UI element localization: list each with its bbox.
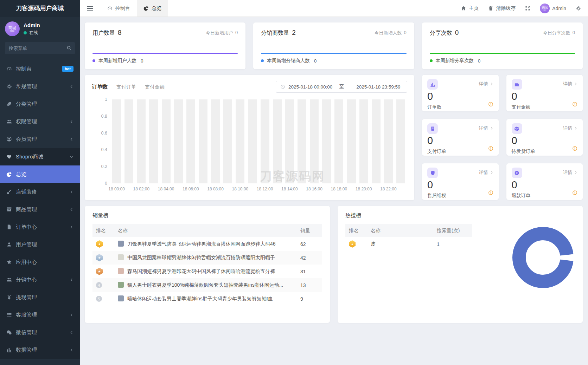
user-profile[interactable]: 商城 · B2C · Admin 在线 [0,17,80,40]
tile-label: 支付订单 [427,148,493,155]
home-button[interactable]: 主页 [461,5,479,12]
chevron-right-icon [490,82,493,86]
date-to[interactable]: 2025-01-18 23:59:59 [349,84,403,90]
sidebar-item-shopro[interactable]: Shopro商城 [0,148,80,165]
sidebar-item-goods[interactable]: 商品管理 [0,201,80,218]
tab-label: 控制台 [115,5,130,12]
chart-header: 订单数支付订单支付金额 2025-01-18 00:00:00 至 2025-0… [92,81,407,93]
detail-link[interactable]: 详情 [563,125,577,131]
shipbox-icon [514,126,519,131]
sidebar-item-label: 总览 [16,171,74,178]
column-header: 搜索量(次) [433,224,472,237]
week-value: 0 [478,58,481,64]
tile-pay-amount: 详情0支付金额 [506,75,583,111]
sales-rank-table: 排名名称销量★刀锋男鞋夏季透气防臭飞织运动鞋男潮流百搭休闲网面跑步鞋大码4662… [92,224,322,306]
sidebar-item-order[interactable]: 订单中心 [0,218,80,236]
tile-value: 0 [427,180,493,190]
shield-icon [430,170,435,176]
tab-console[interactable]: 控制台 [101,0,137,17]
sidebar-item-label: 应用中心 [16,259,74,266]
date-from[interactable]: 2025-01-18 00:00:00 [288,84,335,90]
rank-1-medal-icon: ★ [96,240,103,248]
x-axis-label: 18 18:00 [331,187,347,191]
info-icon[interactable] [488,190,493,195]
week-label: 本周新增分销商人数 [267,58,310,64]
rank-cell: ★ [92,265,114,278]
trend-line [261,53,406,54]
sidebar-toggle-button[interactable] [80,0,101,17]
sidebar-item-agent[interactable]: 分销中心 [0,271,80,288]
info-icon[interactable] [488,102,493,107]
clear-cache-button[interactable]: 清除缓存 [488,5,516,12]
detail-link[interactable]: 详情 [479,169,493,176]
x-axis-label: 18 06:00 [183,187,199,191]
sidebar-item-wechat[interactable]: 微信管理 [0,324,80,341]
settings-button[interactable] [576,6,581,11]
column-header: 名称 [114,224,297,237]
today-value: 0 [235,30,238,36]
sidebar-item-auth[interactable]: 权限管理 [0,113,80,130]
chart-bar [236,99,244,183]
tile-label: 售后维权 [427,193,493,199]
chart-bar [384,99,393,183]
tile-value: 0 [512,91,578,102]
admin-menu[interactable]: 商城 B2C Admin [540,4,566,13]
sidebar-item-member[interactable]: 会员管理 [0,130,80,148]
sidebar-item-label: 用户管理 [16,241,74,248]
sidebar-item-app[interactable]: 应用中心 [0,253,80,271]
user-icon [6,242,12,247]
stat-card-footer: 本周新增分销商人数0 [261,58,317,64]
sidebar-item-console[interactable]: 控制台hot [0,60,80,78]
value-cell: 13 [297,278,322,292]
menu-search-input[interactable] [5,42,75,54]
sidebar-item-decorate[interactable]: 店铺装修 [0,183,80,201]
sidebar-item-label: 数据管理 [16,347,70,353]
app-title: 刀客源码用户商城 [0,0,80,17]
chart-tab-2[interactable]: 支付金额 [145,84,165,90]
info-icon[interactable] [572,190,577,195]
chevron-left-icon [70,190,74,194]
rank-cell: 5 [92,292,114,306]
chart-bar [124,99,133,183]
x-axis: 18 00:0018 02:0018 04:0018 06:0018 08:00… [112,183,405,191]
sidebar-item-label: 客服管理 [16,312,70,318]
sidebar-item-data[interactable]: 数据管理 [0,341,80,359]
sidebar-item-user[interactable]: 用户管理 [0,236,80,253]
product-thumbnail [118,241,124,247]
sidebar-item-overview[interactable]: 总览 [0,165,80,183]
chart-bar [372,99,381,183]
sidebar-item-label: 控制台 [16,66,62,72]
sidebar-item-withdraw[interactable]: 提现管理 [0,288,80,306]
info-icon[interactable] [488,146,493,151]
detail-link[interactable]: 详情 [563,81,577,87]
item-name: 中国风龙图案棒球帽男潮牌休闲鸭舌帽女潮流百搭防晒遮阳太阳帽子 [127,255,275,260]
info-icon[interactable] [572,102,577,107]
sidebar-item-general[interactable]: 常规管理 [0,78,80,95]
date-range-picker[interactable]: 2025-01-18 00:00:00 至 2025-01-18 23:59:5… [276,81,407,93]
tile-aftersale: 详情0售后维权 [422,163,499,200]
tab-overview[interactable]: 总览 [137,0,168,17]
info-icon[interactable] [572,146,577,151]
chart-tab-1[interactable]: 支付订单 [116,84,136,90]
fullscreen-button[interactable] [525,6,530,11]
sidebar-search [5,42,75,54]
chart-tab-0[interactable]: 订单数 [92,84,108,90]
name-cell: 森马国潮短裤男夏季潮印花大码中国风裤子休闲嘻哈潮流宽松五分裤 [114,265,297,278]
tile-pay-orders: 详情0支付订单 [422,119,499,156]
sidebar-item-label: 分类管理 [16,101,74,107]
sidebar-item-service[interactable]: 客服管理 [0,306,80,324]
detail-link[interactable]: 详情 [479,125,493,131]
today-value: 0 [573,30,575,36]
week-label: 本周新增分享次数 [436,58,474,64]
table-row: 4猫人男士睡衣男夏季100%纯棉薄款圆领套头短袖套装男ins潮休闲运动...13 [92,278,322,292]
leaf-icon [6,101,12,107]
main-area: 控制台总览 主页 清除缓存 商城 B2C [80,0,588,365]
sidebar-item-category[interactable]: 分类管理 [0,95,80,113]
stat-card-today: 今日新增人数0 [374,30,406,36]
detail-link[interactable]: 详情 [479,81,493,87]
hot-search-donut-chart [512,227,574,288]
avatar-subtext: · B2C · [9,30,15,32]
detail-link[interactable]: 详情 [563,169,577,176]
value-cell: 62 [297,237,322,251]
name-cell: 中国风龙图案棒球帽男潮牌休闲鸭舌帽女潮流百搭防晒遮阳太阳帽子 [114,251,297,265]
